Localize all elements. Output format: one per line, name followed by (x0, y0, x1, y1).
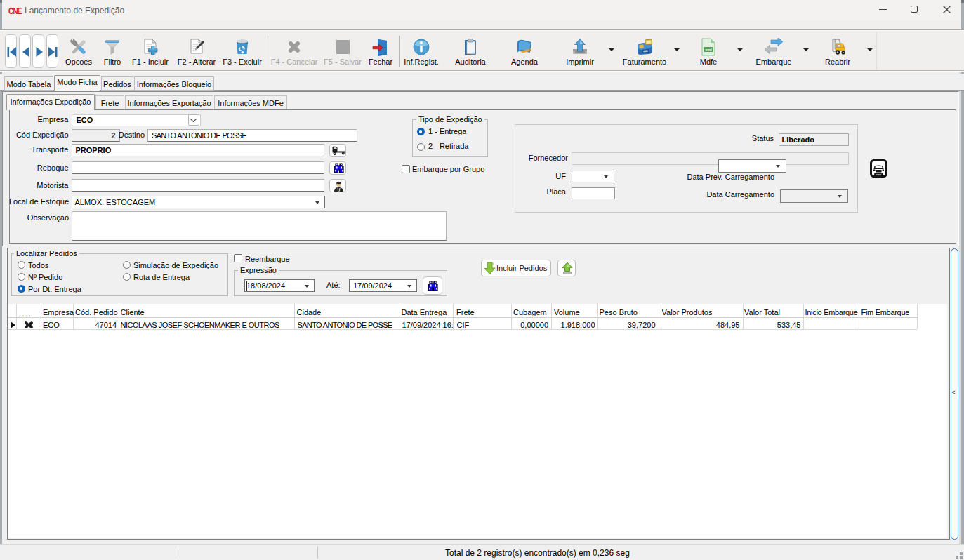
svg-text:xml: xml (705, 48, 712, 52)
